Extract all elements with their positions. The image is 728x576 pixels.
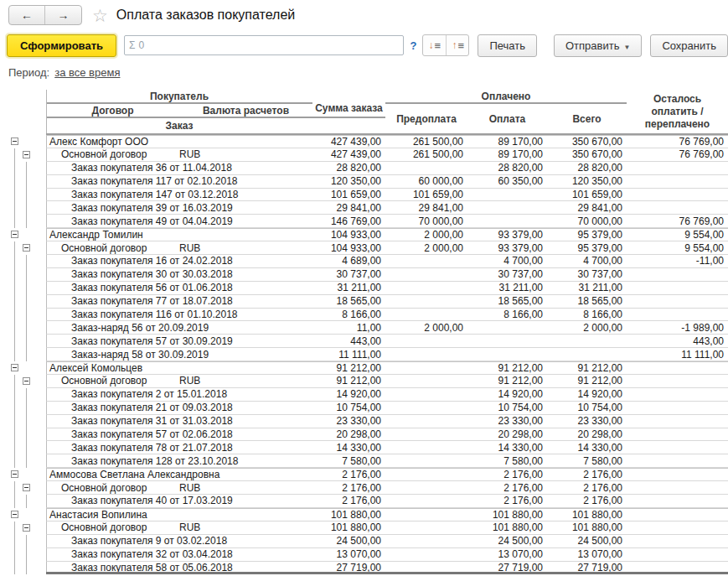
total-paid-cell[interactable]: 28 820,00	[547, 162, 627, 175]
order-name-cell[interactable]: Заказ покупателя 77 от 18.07.2018	[46, 295, 312, 309]
collapse-toggle-icon[interactable]	[23, 484, 30, 491]
collapse-toggle-icon[interactable]	[11, 470, 18, 478]
prepayment-cell[interactable]	[385, 348, 467, 361]
favorite-star-icon[interactable]: ☆	[92, 7, 108, 24]
remaining-cell[interactable]	[627, 522, 728, 535]
collapse-toggle-icon[interactable]	[23, 524, 30, 532]
total-paid-cell[interactable]: 14 330,00	[547, 441, 627, 454]
total-paid-cell[interactable]: 120 350,00	[547, 175, 627, 189]
total-paid-cell[interactable]	[547, 348, 627, 361]
remaining-cell[interactable]	[627, 201, 728, 215]
remaining-cell[interactable]	[627, 495, 728, 508]
payment-cell[interactable]: 10 754,00	[467, 402, 547, 415]
remaining-cell[interactable]	[627, 162, 728, 175]
prepayment-cell[interactable]	[385, 415, 467, 428]
prepayment-cell[interactable]	[385, 441, 467, 454]
remaining-cell[interactable]	[627, 508, 728, 522]
total-paid-cell[interactable]: 8 166,00	[547, 309, 627, 322]
order-sum-cell[interactable]: 101 880,00	[312, 508, 385, 522]
prepayment-cell[interactable]	[385, 495, 467, 508]
collapse-toggle-icon[interactable]	[23, 377, 30, 385]
order-sum-cell[interactable]: 31 211,00	[312, 282, 385, 295]
order-sum-cell[interactable]: 91 212,00	[312, 361, 385, 375]
prepayment-cell[interactable]	[385, 268, 467, 282]
order-sum-cell[interactable]: 18 565,00	[312, 295, 385, 309]
total-paid-cell[interactable]: 91 212,00	[547, 361, 627, 375]
order-sum-cell[interactable]: 20 298,00	[312, 428, 385, 442]
payment-cell[interactable]: 28 820,00	[467, 162, 547, 175]
order-sum-cell[interactable]: 29 841,00	[312, 201, 385, 215]
total-paid-cell[interactable]: 101 880,00	[547, 508, 627, 522]
order-sum-cell[interactable]: 120 350,00	[312, 175, 385, 189]
order-name-cell[interactable]: Заказ покупателя 78 от 21.07.2018	[46, 441, 312, 454]
customer-name-cell[interactable]: Анастасия Вопилина	[46, 508, 312, 522]
order-sum-cell[interactable]: 427 439,00	[312, 135, 385, 148]
total-paid-cell[interactable]: 101 880,00	[547, 522, 627, 535]
prepayment-cell[interactable]	[385, 375, 467, 388]
prepayment-cell[interactable]: 70 000,00	[385, 215, 467, 228]
payment-cell[interactable]	[467, 189, 547, 202]
order-name-cell[interactable]: Заказ покупателя 36 от 11.04.2018	[46, 162, 312, 175]
order-sum-cell[interactable]: 28 820,00	[312, 162, 385, 175]
collapse-toggle-icon[interactable]	[11, 511, 18, 518]
total-paid-cell[interactable]: 30 737,00	[547, 268, 627, 282]
prepayment-cell[interactable]	[385, 162, 467, 175]
prepayment-cell[interactable]: 29 841,00	[385, 201, 467, 215]
total-paid-cell[interactable]: 2 176,00	[547, 468, 627, 481]
total-paid-cell[interactable]: 23 330,00	[547, 415, 627, 428]
prepayment-cell[interactable]	[385, 454, 467, 468]
payment-cell[interactable]	[467, 335, 547, 348]
order-sum-cell[interactable]: 7 580,00	[312, 454, 385, 468]
prepayment-cell[interactable]	[385, 508, 467, 522]
total-paid-cell[interactable]: 18 565,00	[547, 295, 627, 309]
order-sum-cell[interactable]: 8 166,00	[312, 309, 385, 322]
customer-name-cell[interactable]: Аммосова Светлана Александровна	[46, 468, 312, 481]
order-name-cell[interactable]: Заказ покупателя 117 от 02.10.2018	[46, 175, 312, 189]
order-sum-cell[interactable]: 14 920,00	[312, 388, 385, 402]
customer-name-cell[interactable]: Алексей Комольцев	[46, 361, 312, 375]
remaining-cell[interactable]: 76 769,00	[627, 215, 728, 228]
total-paid-cell[interactable]: 95 379,00	[547, 228, 627, 241]
remaining-cell[interactable]	[627, 282, 728, 295]
order-sum-cell[interactable]: 14 330,00	[312, 441, 385, 454]
payment-cell[interactable]: 2 176,00	[467, 468, 547, 481]
payment-cell[interactable]: 23 330,00	[467, 415, 547, 428]
total-paid-cell[interactable]: 2 176,00	[547, 495, 627, 508]
order-name-cell[interactable]: Заказ покупателя 21 от 09.03.2018	[46, 402, 312, 415]
total-paid-cell[interactable]: 29 841,00	[547, 201, 627, 215]
prepayment-cell[interactable]	[385, 335, 467, 348]
total-paid-cell[interactable]: 2 000,00	[547, 321, 627, 335]
contract-name-cell[interactable]: Основной договорRUB	[46, 241, 312, 255]
payment-cell[interactable]: 20 298,00	[467, 428, 547, 442]
prepayment-cell[interactable]	[385, 282, 467, 295]
save-button[interactable]: Сохранить	[650, 34, 728, 57]
forward-button[interactable]: →	[45, 6, 81, 24]
payment-cell[interactable]	[467, 348, 547, 361]
customer-name-cell[interactable]: Александр Томилин	[46, 228, 312, 241]
remaining-cell[interactable]	[627, 295, 728, 309]
order-sum-cell[interactable]: 91 212,00	[312, 375, 385, 388]
order-name-cell[interactable]: Заказ покупателя 31 от 31.03.2018	[46, 415, 312, 428]
remaining-cell[interactable]	[627, 189, 728, 202]
remaining-cell[interactable]: 76 769,00	[627, 135, 728, 148]
remaining-cell[interactable]: -1 989,00	[627, 321, 728, 335]
total-paid-cell[interactable]: 7 580,00	[547, 454, 627, 468]
payment-cell[interactable]: 89 170,00	[467, 135, 547, 148]
autosum-field[interactable]: Σ 0	[124, 35, 404, 55]
prepayment-cell[interactable]	[385, 309, 467, 322]
prepayment-cell[interactable]	[385, 428, 467, 442]
collapse-toggle-icon[interactable]	[23, 244, 30, 252]
order-sum-cell[interactable]: 2 176,00	[312, 481, 385, 495]
order-name-cell[interactable]: Заказ покупателя 16 от 24.02.2018	[46, 255, 312, 268]
total-paid-cell[interactable]: 350 670,00	[547, 135, 627, 148]
order-name-cell[interactable]: Заказ покупателя 57 от 02.06.2018	[46, 428, 312, 442]
payment-cell[interactable]	[467, 215, 547, 228]
remaining-cell[interactable]	[627, 361, 728, 375]
payment-cell[interactable]: 91 212,00	[467, 375, 547, 388]
order-sum-cell[interactable]: 427 439,00	[312, 148, 385, 162]
remaining-cell[interactable]	[627, 441, 728, 454]
payment-cell[interactable]: 2 176,00	[467, 495, 547, 508]
remaining-cell[interactable]	[627, 454, 728, 468]
order-sum-cell[interactable]: 443,00	[312, 335, 385, 348]
total-paid-cell[interactable]: 350 670,00	[547, 148, 627, 162]
